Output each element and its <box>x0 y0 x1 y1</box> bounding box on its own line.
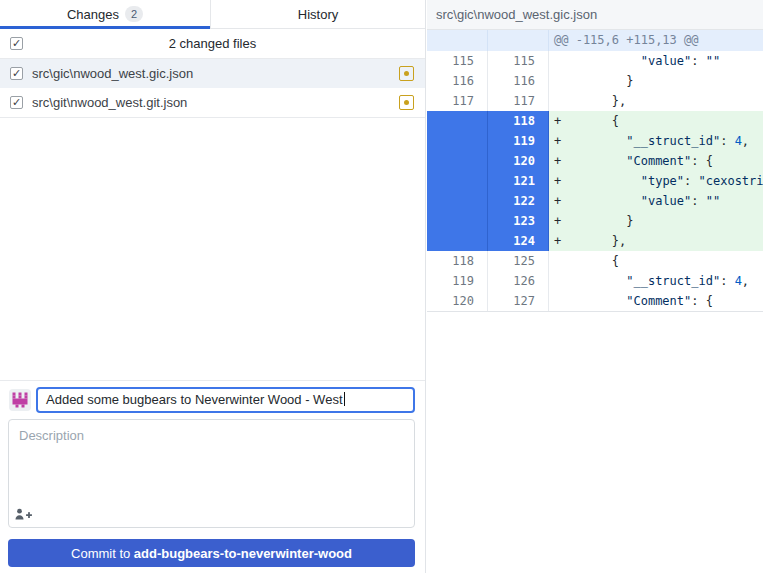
diff-row: 115115 "value": "" <box>427 51 763 71</box>
file-row[interactable]: ✓src\gic\nwood_west.gic.json <box>0 59 425 88</box>
tab-changes[interactable]: Changes 2 <box>0 0 210 28</box>
diff-row: 120+ "Comment": { <box>427 151 763 171</box>
tab-history-label: History <box>298 7 338 22</box>
diff-old-line-number[interactable] <box>427 111 488 131</box>
diff-row: 119126 "__struct_id": 4, <box>427 271 763 291</box>
commit-button-prefix: Commit to <box>71 546 134 561</box>
diff-old-line-number[interactable]: 115 <box>427 51 488 71</box>
diff-code-line: "value": "" <box>549 51 763 71</box>
diff-new-line-number[interactable]: 123 <box>488 211 549 231</box>
diff-old-line-number[interactable]: 120 <box>427 291 488 311</box>
diff-new-line-number[interactable]: 120 <box>488 151 549 171</box>
modified-status-icon <box>399 66 414 81</box>
commit-summary-value: Added some bugbears to Neverwinter Wood … <box>46 392 343 407</box>
diff-new-line-number[interactable]: 115 <box>488 51 549 71</box>
diff-new-line-number[interactable]: 125 <box>488 251 549 271</box>
diff-old-line-number[interactable]: 117 <box>427 91 488 111</box>
diff-code-line: }, <box>549 91 763 111</box>
commit-button[interactable]: Commit to add-bugbears-to-neverwinter-wo… <box>8 539 415 567</box>
diff-code-line: + }, <box>549 231 763 251</box>
modified-dot <box>404 100 409 105</box>
diff-old-line-number[interactable] <box>427 231 488 251</box>
commit-description-box <box>8 419 415 528</box>
diff-row: 123+ } <box>427 211 763 231</box>
commit-summary-row: Added some bugbears to Neverwinter Wood … <box>9 387 415 413</box>
diff-old-line-number[interactable] <box>427 151 488 171</box>
commit-summary-input[interactable]: Added some bugbears to Neverwinter Wood … <box>36 387 415 413</box>
diff-old-line-number <box>427 30 488 51</box>
tab-history[interactable]: History <box>210 0 425 28</box>
diff-new-line-number[interactable]: 119 <box>488 131 549 151</box>
changed-files-count-label: 2 changed files <box>0 36 425 51</box>
diff-code-line: + { <box>549 111 763 131</box>
diff-code-line: "__struct_id": 4, <box>549 271 763 291</box>
diff-code-line: + } <box>549 211 763 231</box>
diff-row: 124+ }, <box>427 231 763 251</box>
diff-new-line-number[interactable]: 116 <box>488 71 549 91</box>
file-checkbox[interactable]: ✓ <box>10 67 23 80</box>
diff-old-line-number[interactable]: 118 <box>427 251 488 271</box>
diff-hunk-row: @@ -115,6 +115,13 @@ <box>427 30 763 51</box>
commit-button-branch-name: add-bugbears-to-neverwinter-wood <box>134 546 352 561</box>
diff-row: 118125 { <box>427 251 763 271</box>
diff-row: 119+ "__struct_id": 4, <box>427 131 763 151</box>
diff-old-line-number[interactable]: 116 <box>427 71 488 91</box>
changes-sidebar: Changes 2 History ✓ 2 changed files ✓src… <box>0 0 426 573</box>
modified-dot <box>404 71 409 76</box>
diff-new-line-number[interactable]: 121 <box>488 171 549 191</box>
file-row[interactable]: ✓src\git\nwood_west.git.json <box>0 88 425 117</box>
diff-panel: src\gic\nwood_west.gic.json @@ -115,6 +1… <box>427 0 763 573</box>
diff-new-line-number[interactable]: 124 <box>488 231 549 251</box>
diff-code-line: "Comment": { <box>549 291 763 311</box>
diff-row: 117117 }, <box>427 91 763 111</box>
tab-changes-label: Changes <box>67 7 119 22</box>
diff-row: 118+ { <box>427 111 763 131</box>
diff-new-line-number[interactable]: 127 <box>488 291 549 311</box>
diff-body: @@ -115,6 +115,13 @@115115 "value": ""11… <box>427 30 763 312</box>
diff-row: 121+ "type": "cexostring", <box>427 171 763 191</box>
sidebar-tabbar: Changes 2 History <box>0 0 425 29</box>
diff-code-line: + "value": "" <box>549 191 763 211</box>
diff-new-line-number[interactable]: 126 <box>488 271 549 291</box>
diff-new-line-number[interactable]: 122 <box>488 191 549 211</box>
diff-code-line: { <box>549 251 763 271</box>
diff-old-line-number[interactable]: 119 <box>427 271 488 291</box>
diff-code-line: + "Comment": { <box>549 151 763 171</box>
file-path: src\git\nwood_west.git.json <box>32 95 399 110</box>
diff-code-line: @@ -115,6 +115,13 @@ <box>549 30 763 51</box>
add-coauthor-icon <box>14 507 34 521</box>
diff-new-line-number[interactable]: 117 <box>488 91 549 111</box>
diff-code-line: + "__struct_id": 4, <box>549 131 763 151</box>
add-coauthor-button[interactable] <box>14 507 36 523</box>
diff-new-line-number[interactable]: 118 <box>488 111 549 131</box>
diff-new-line-number <box>488 30 549 51</box>
modified-status-icon <box>399 95 414 110</box>
diff-code-line: } <box>549 71 763 91</box>
diff-row: 122+ "value": "" <box>427 191 763 211</box>
commit-description-input[interactable] <box>9 420 414 504</box>
changed-file-list: ✓src\gic\nwood_west.gic.json✓src\git\nwo… <box>0 59 425 118</box>
diff-old-line-number[interactable] <box>427 191 488 211</box>
diff-row: 120127 "Comment": { <box>427 291 763 311</box>
identicon-icon <box>11 391 29 409</box>
changes-count-badge: 2 <box>125 6 143 22</box>
github-desktop-window: Changes 2 History ✓ 2 changed files ✓src… <box>0 0 763 573</box>
avatar <box>9 389 31 411</box>
diff-old-line-number[interactable] <box>427 211 488 231</box>
diff-file-header: src\gic\nwood_west.gic.json <box>427 0 763 30</box>
file-checkbox[interactable]: ✓ <box>10 96 23 109</box>
diff-code-line: + "type": "cexostring", <box>549 171 763 191</box>
text-caret <box>344 392 345 406</box>
changed-files-header: ✓ 2 changed files <box>0 29 425 59</box>
file-path: src\gic\nwood_west.gic.json <box>32 66 399 81</box>
commit-form: Added some bugbears to Neverwinter Wood … <box>0 380 425 573</box>
diff-old-line-number[interactable] <box>427 171 488 191</box>
diff-row: 116116 } <box>427 71 763 91</box>
diff-old-line-number[interactable] <box>427 131 488 151</box>
